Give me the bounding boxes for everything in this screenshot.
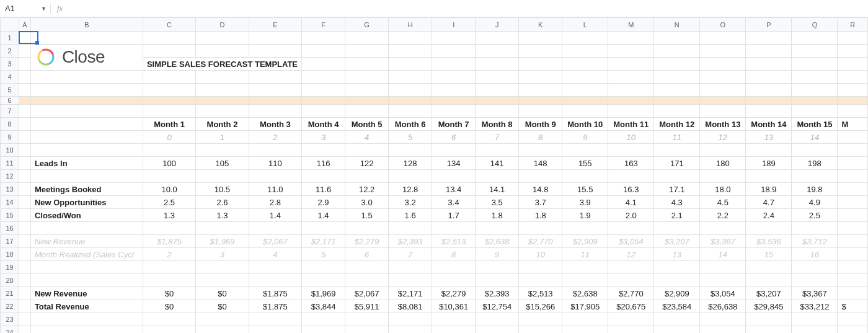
row-header[interactable]: 12 xyxy=(1,170,19,183)
row-label: Total Revenue xyxy=(31,300,143,313)
table-row-total-revenue[interactable]: 22 Total Revenue $0 $0 $1,875 $3,844 $5,… xyxy=(1,300,868,313)
spreadsheet-grid[interactable]: A B C D E F G H I J K L M N O P Q R 1 2 xyxy=(0,17,868,333)
name-box-dropdown-icon[interactable]: ▼ xyxy=(37,6,50,12)
row-header[interactable]: 4 xyxy=(1,71,19,84)
row-label: New Revenue xyxy=(31,287,143,300)
col-header[interactable]: N xyxy=(654,18,700,32)
row-header[interactable]: 11 xyxy=(1,157,19,170)
data-cell: $2,770 xyxy=(608,287,653,300)
row-header[interactable]: 7 xyxy=(1,105,19,118)
row-header[interactable]: 21 xyxy=(1,287,19,300)
row-header[interactable]: 23 xyxy=(1,313,19,326)
table-row-meetings[interactable]: 13 Meetings Booked 10.0 10.5 11.0 11.6 1… xyxy=(1,183,868,196)
row-header[interactable]: 16 xyxy=(1,222,19,235)
row-header[interactable]: 9 xyxy=(1,131,19,144)
formula-input[interactable] xyxy=(69,0,868,17)
index-cell: 1 xyxy=(196,131,248,143)
row-header[interactable]: 17 xyxy=(1,235,19,248)
table-row[interactable]: 2 Close xyxy=(1,45,868,58)
row-header[interactable]: 13 xyxy=(1,183,19,196)
table-row-month-headers[interactable]: 8 Month 1 Month 2 Month 3 Month 4 Month … xyxy=(1,118,868,131)
row-header[interactable]: 19 xyxy=(1,261,19,274)
col-header[interactable]: M xyxy=(608,18,654,32)
data-cell: 15.5 xyxy=(562,183,608,195)
data-cell: 3.5 xyxy=(476,196,518,208)
data-cell: 3.2 xyxy=(389,196,432,208)
data-cell: 189 xyxy=(746,157,791,169)
row-header[interactable]: 18 xyxy=(1,248,19,261)
row-header[interactable]: 24 xyxy=(1,326,19,334)
col-header[interactable]: C xyxy=(143,18,195,32)
data-cell: 110 xyxy=(249,157,301,169)
table-row[interactable]: 24 xyxy=(1,326,868,334)
data-cell: $5,911 xyxy=(345,300,388,313)
col-header[interactable]: L xyxy=(562,18,608,32)
col-header[interactable]: Q xyxy=(792,18,838,32)
index-cell: 8 xyxy=(519,131,562,143)
col-header[interactable]: A xyxy=(19,18,31,32)
name-box[interactable]: A1 xyxy=(0,0,37,17)
row-header[interactable]: 20 xyxy=(1,274,19,287)
table-row[interactable]: 20 xyxy=(1,274,868,287)
row-header[interactable]: 22 xyxy=(1,300,19,313)
table-row-new-revenue[interactable]: 21 New Revenue $0 $0 $1,875 $1,969 $2,06… xyxy=(1,287,868,300)
data-cell: $1,875 xyxy=(143,235,195,247)
row-header[interactable]: 3 xyxy=(1,58,19,71)
table-row[interactable]: 23 xyxy=(1,313,868,326)
data-cell: $2,067 xyxy=(345,287,388,300)
row-header[interactable]: 5 xyxy=(1,84,19,97)
table-row[interactable]: 1 xyxy=(1,32,868,45)
col-header[interactable]: F xyxy=(302,18,345,32)
col-header[interactable]: O xyxy=(700,18,746,32)
table-row-leads-in[interactable]: 11 Leads In 100 105 110 116 122 128 134 … xyxy=(1,157,868,170)
data-cell: 1.4 xyxy=(249,209,301,221)
table-row[interactable]: 19 xyxy=(1,261,868,274)
data-cell: 18.0 xyxy=(700,183,745,195)
row-header[interactable]: 14 xyxy=(1,196,19,209)
col-header[interactable]: G xyxy=(345,18,389,32)
data-cell: 148 xyxy=(519,157,562,169)
col-header[interactable]: E xyxy=(249,18,301,32)
table-row-index[interactable]: 9 0 1 2 3 4 5 6 7 8 9 10 11 12 13 14 xyxy=(1,131,868,144)
col-header[interactable]: J xyxy=(476,18,519,32)
table-row-month-realized[interactable]: 18 Month Realized (Sales Cycl 2 3 4 5 6 … xyxy=(1,248,868,261)
data-cell: 1.6 xyxy=(389,209,432,221)
table-row[interactable]: 12 xyxy=(1,170,868,183)
data-cell: $2,393 xyxy=(476,287,518,300)
table-row-closed-won[interactable]: 15 Closed/Won 1.3 1.3 1.4 1.4 1.5 1.6 1.… xyxy=(1,209,868,222)
data-cell: $2,393 xyxy=(389,235,432,247)
col-header[interactable]: P xyxy=(746,18,792,32)
col-header[interactable]: K xyxy=(519,18,562,32)
index-cell: 4 xyxy=(345,131,388,143)
data-cell: 5 xyxy=(302,248,345,260)
table-row-highlight[interactable]: 6 xyxy=(1,97,868,105)
row-header[interactable]: 2 xyxy=(1,45,19,58)
row-header[interactable]: 8 xyxy=(1,118,19,131)
row-label: New Opportunities xyxy=(31,196,143,208)
select-all-corner[interactable] xyxy=(1,18,19,32)
row-header[interactable]: 15 xyxy=(1,209,19,222)
table-row-new-revenue-ghost[interactable]: 17 New Revenue $1,875 $1,969 $2,067 $2,1… xyxy=(1,235,868,248)
row-header[interactable]: 6 xyxy=(1,97,19,105)
col-header[interactable]: R xyxy=(838,18,868,32)
name-box-value: A1 xyxy=(5,4,15,13)
row-header[interactable]: 10 xyxy=(1,144,19,157)
table-row[interactable]: 5 xyxy=(1,84,868,97)
data-cell: $0 xyxy=(196,287,248,300)
month-header: Month 14 xyxy=(746,118,791,130)
data-cell: $3,536 xyxy=(746,235,791,247)
col-header[interactable]: D xyxy=(196,18,249,32)
data-cell: $10,361 xyxy=(432,300,475,313)
table-row[interactable]: 16 xyxy=(1,222,868,235)
col-header[interactable]: H xyxy=(389,18,432,32)
data-cell: $1,969 xyxy=(302,287,345,300)
col-header[interactable]: B xyxy=(30,18,143,32)
table-row[interactable]: 10 xyxy=(1,144,868,157)
col-header[interactable]: I xyxy=(432,18,476,32)
data-cell: $26,638 xyxy=(700,300,745,313)
table-row-new-opp[interactable]: 14 New Opportunities 2.5 2.6 2.8 2.9 3.0… xyxy=(1,196,868,209)
row-header[interactable]: 1 xyxy=(1,32,19,45)
table-row[interactable]: 7 xyxy=(1,105,868,118)
table-row[interactable]: 4 xyxy=(1,71,868,84)
data-cell: 3.9 xyxy=(562,196,608,208)
